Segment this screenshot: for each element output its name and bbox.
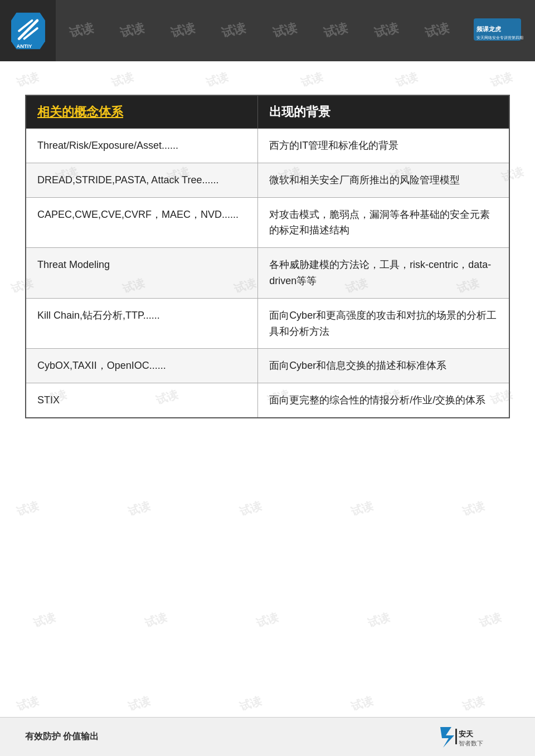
table-cell-col2-5: 面向Cyber和信息交换的描述和标准体系: [258, 349, 509, 383]
wm-29: 试读: [255, 609, 281, 631]
svg-rect-9: [455, 729, 457, 744]
wm-24: 试读: [238, 498, 264, 520]
table-cell-col2-4: 面向Cyber和更高强度的攻击和对抗的场景的分析工具和分析方法: [258, 298, 509, 349]
header-wm-7: 试读: [372, 19, 400, 42]
table-cell-col2-3: 各种威胁建模的方法论，工具，risk-centric，data-driven等等: [258, 248, 509, 299]
table-header-col2: 出现的背景: [258, 95, 509, 129]
wm-32: 试读: [15, 693, 41, 715]
wm-25: 试读: [349, 498, 376, 520]
wm-27: 试读: [32, 609, 58, 631]
header-wm-2: 试读: [118, 19, 146, 42]
header-wm-4: 试读: [220, 19, 247, 42]
table-cell-col2-6: 面向更完整的综合性的情报分析/作业/交换的体系: [258, 383, 509, 418]
svg-marker-8: [440, 727, 454, 748]
antiy-logo: ANTIY: [10, 10, 46, 52]
header-watermarks: 试读 试读 试读 试读 试读 试读 试读 试读: [56, 0, 463, 61]
table-cell-col1-5: CybOX,TAXII，OpenIOC......: [26, 349, 258, 383]
wm-35: 试读: [349, 693, 376, 715]
wm-34: 试读: [238, 693, 264, 715]
header-wm-3: 试读: [169, 19, 197, 42]
table-cell-col1-2: CAPEC,CWE,CVE,CVRF，MAEC，NVD......: [26, 197, 258, 248]
header: ANTIY 试读 试读 试读 试读 试读 试读 试读 试读 频课龙虎 安天网络安…: [0, 0, 535, 61]
table-cell-col2-2: 对攻击模式，脆弱点，漏洞等各种基础的安全元素的标定和描述结构: [258, 197, 509, 248]
header-wm-6: 试读: [322, 19, 349, 42]
footer: 有效防护 价值输出 安天 智者数下 ANTIY: [0, 717, 535, 756]
wm-33: 试读: [127, 693, 153, 715]
svg-text:频课龙虎: 频课龙虎: [476, 26, 501, 32]
table-cell-col2-0: 西方的IT管理和标准化的背景: [258, 129, 509, 163]
footer-left-text: 有效防护 价值输出: [25, 731, 99, 743]
svg-text:安天: 安天: [458, 730, 474, 738]
svg-text:安天网络安全专训营第四期: 安天网络安全专训营第四期: [476, 36, 523, 40]
wm-26: 试读: [461, 498, 487, 520]
table-cell-col2-1: 微软和相关安全厂商所推出的风险管理模型: [258, 163, 509, 197]
svg-text:智者数下: 智者数下: [459, 740, 483, 747]
header-wm-5: 试读: [270, 19, 298, 42]
footer-logo: 安天 智者数下 ANTIY: [437, 724, 510, 749]
table-cell-col1-4: Kill Chain,钻石分析,TTP......: [26, 298, 258, 349]
wm-28: 试读: [143, 609, 169, 631]
concept-table: 相关的概念体系 出现的背景 Threat/Risk/Exposure/Asset…: [25, 95, 510, 418]
header-wm-1: 试读: [67, 19, 95, 42]
wm-36: 试读: [461, 693, 487, 715]
wm-23: 试读: [127, 498, 153, 520]
table-cell-col1-0: Threat/Risk/Exposure/Asset......: [26, 129, 258, 163]
table-cell-col1-1: DREAD,STRIDE,PASTA, Attack Tree......: [26, 163, 258, 197]
table-cell-col1-6: STIX: [26, 383, 258, 418]
table-cell-col1-3: Threat Modeling: [26, 248, 258, 299]
header-wm-8: 试读: [423, 19, 451, 42]
wm-30: 试读: [366, 609, 392, 631]
svg-text:ANTIY: ANTIY: [16, 43, 32, 48]
table-header-col1: 相关的概念体系: [26, 95, 258, 129]
wm-31: 试读: [478, 609, 504, 631]
header-right-logo: 频课龙虎 安天网络安全专训营第四期: [463, 0, 535, 61]
main-content: 相关的概念体系 出现的背景 Threat/Risk/Exposure/Asset…: [0, 72, 535, 435]
wm-22: 试读: [15, 498, 41, 520]
logo-area: ANTIY: [0, 0, 56, 61]
